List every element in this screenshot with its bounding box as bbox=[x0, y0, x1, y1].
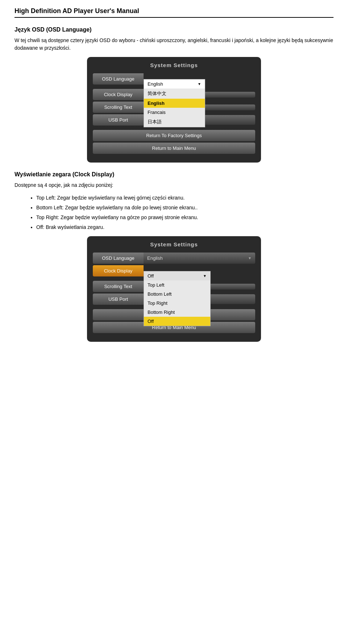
osd-language-option-francais[interactable]: Francais bbox=[144, 108, 205, 117]
section2-intro: Dostępne są 4 opcje, jak na zdjęciu poni… bbox=[14, 181, 334, 189]
feature-top-right: Top Right: Zegar będzie wyświetlany na g… bbox=[36, 214, 334, 221]
clock-display-label-2: Clock Display bbox=[93, 265, 144, 276]
clock-display-label-1: Clock Display bbox=[93, 89, 144, 100]
osd-language-option-chinese[interactable]: 简体中文 bbox=[144, 89, 205, 99]
return-factory-button-1[interactable]: Return To Factory Settings bbox=[93, 130, 255, 141]
page-title: High Definition AD Player User's Manual bbox=[14, 7, 334, 18]
scrolling-text-label-2: Scrolling Text bbox=[93, 281, 144, 292]
clock-display-option-top-right[interactable]: Top Right bbox=[144, 299, 210, 308]
osd-language-option-english-top[interactable]: English bbox=[144, 79, 205, 89]
system-settings-panel-1: System Settings OSD Language English 简体中… bbox=[87, 57, 261, 163]
clock-display-features: Top Left: Zegar będzie wyświetlany na le… bbox=[36, 194, 334, 231]
clock-display-dropdown[interactable]: Off Top Left Bottom Left Top Right Botto… bbox=[144, 271, 211, 326]
usb-port-label-2: USB Port bbox=[93, 294, 144, 305]
scrolling-text-label-1: Scrolling Text bbox=[93, 102, 144, 113]
clock-display-option-bottom-left[interactable]: Bottom Left bbox=[144, 290, 210, 299]
system-settings-panel-2: System Settings OSD Language English Clo… bbox=[87, 236, 261, 342]
osd-language-row-2[interactable]: OSD Language English bbox=[93, 253, 255, 264]
clock-display-option-off[interactable]: Off bbox=[144, 317, 210, 326]
section1-body: W tej chwili są dostępne cztery języki O… bbox=[14, 37, 334, 52]
section2-heading: Wyświetlanie zegara (Clock Display) bbox=[14, 171, 334, 178]
osd-language-label: OSD Language bbox=[93, 73, 144, 85]
feature-off: Off: Brak wyświetlania zegaru. bbox=[36, 223, 334, 231]
section1-heading: Język OSD (OSD Language) bbox=[14, 26, 334, 33]
osd-language-option-english[interactable]: English bbox=[144, 99, 205, 108]
panel1-title: System Settings bbox=[93, 62, 255, 68]
clock-display-option-off-top[interactable]: Off bbox=[144, 271, 210, 280]
usb-port-label-1: USB Port bbox=[93, 114, 144, 126]
osd-language-option-japanese[interactable]: 日本語 bbox=[144, 117, 205, 127]
osd-language-value-2[interactable]: English bbox=[144, 253, 255, 264]
osd-language-row[interactable]: OSD Language English 简体中文 English Franca… bbox=[93, 73, 255, 85]
clock-display-option-bottom-right[interactable]: Bottom Right bbox=[144, 308, 210, 317]
return-main-button-1[interactable]: Return to Main Menu bbox=[93, 143, 255, 154]
clock-display-option-top-left[interactable]: Top Left bbox=[144, 280, 210, 290]
clock-display-row-2[interactable]: Clock Display Off Top Left Bottom Left T… bbox=[93, 265, 255, 276]
feature-bottom-left: Bottom Left: Zegar będzie wyświetlany na… bbox=[36, 204, 334, 212]
panel2-title: System Settings bbox=[93, 241, 255, 247]
osd-language-label-2: OSD Language bbox=[93, 253, 144, 264]
feature-top-left: Top Left: Zegar będzie wyświetlany na le… bbox=[36, 194, 334, 202]
osd-language-dropdown[interactable]: English 简体中文 English Francais 日本語 bbox=[144, 79, 205, 127]
